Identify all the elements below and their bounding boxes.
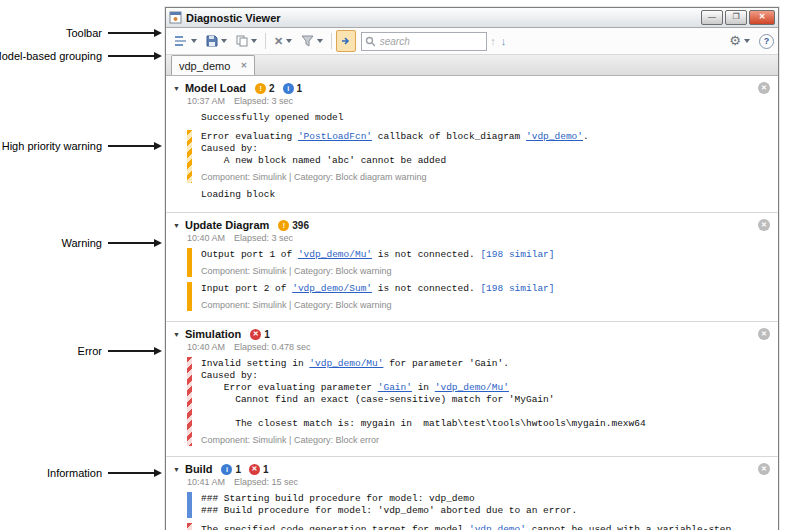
group-by-button[interactable] <box>170 30 201 52</box>
tab-close-icon[interactable]: ✕ <box>240 61 247 70</box>
section-dismiss-button[interactable]: ✕ <box>758 328 770 340</box>
section-dismiss-button[interactable]: ✕ <box>758 463 770 475</box>
annotation-label: Warning <box>61 237 102 249</box>
diagnostic-message: Error evaluating 'PostLoadFcn' callback … <box>187 130 768 183</box>
message-text: Output port 1 of <box>201 249 298 260</box>
search-input[interactable] <box>378 35 484 48</box>
message-text: Loading block <box>201 189 275 200</box>
annotation-label: Toolbar <box>66 27 102 39</box>
chevron-down-icon <box>191 39 197 43</box>
severity-badge: !2 <box>255 83 275 94</box>
message-footer: Component: Simulink | Category: Block er… <box>201 435 768 445</box>
message-link[interactable]: 'vdp_demo/Mu' <box>298 249 372 260</box>
diagnostic-content: ▼Model Load!2i1✕10:37 AMElapsed: 3 secSu… <box>166 76 778 530</box>
arrow-right-icon <box>108 29 162 37</box>
message-text: Input port 2 of <box>201 283 292 294</box>
severity-badge: ✕1 <box>250 329 270 340</box>
message-link[interactable]: [198 similar] <box>480 249 554 260</box>
message-link[interactable]: 'vdp_demo/Mu' <box>309 358 383 369</box>
save-button[interactable] <box>202 30 231 52</box>
highlight-toggle-button[interactable] <box>336 30 356 52</box>
severity-bar <box>187 111 192 125</box>
section-dismiss-button[interactable]: ✕ <box>758 82 770 94</box>
message-text: Error evaluating parameter <box>201 382 378 393</box>
maximize-button[interactable]: ❐ <box>725 10 747 25</box>
section-timestamp: 10:41 AMElapsed: 15 sec <box>187 477 778 487</box>
arrow-right-icon <box>108 469 162 477</box>
message-footer: Component: Simulink | Category: Block di… <box>201 172 768 182</box>
info-icon: i <box>283 83 294 94</box>
collapse-toggle-icon[interactable]: ▼ <box>173 466 180 473</box>
annotation-high-priority-warning: High priority warning <box>2 139 162 153</box>
filter-button[interactable] <box>297 30 327 52</box>
severity-bar <box>187 492 192 518</box>
message-line: Successfully opened model <box>201 112 768 124</box>
message-link[interactable]: 'vdp_demo/Mu' <box>435 382 509 393</box>
message-body: Output port 1 of 'vdp_demo/Mu' is not co… <box>201 248 768 277</box>
section-header: ▼Update Diagram!396✕ <box>166 216 778 232</box>
message-link[interactable]: 'Gain' <box>378 382 412 393</box>
section-header: ▼Model Load!2i1✕ <box>166 79 778 95</box>
warning-icon: ! <box>255 83 266 94</box>
message-text: Error evaluating <box>201 131 298 142</box>
minimize-button[interactable]: — <box>701 10 723 25</box>
message-line <box>201 406 768 418</box>
message-link[interactable]: 'vdp_demo' <box>469 524 526 530</box>
next-match-button[interactable]: ↓ <box>499 33 509 49</box>
message-line: A new block named 'abc' cannot be added <box>201 155 768 167</box>
section-timestamp: 10:37 AMElapsed: 3 sec <box>187 96 778 106</box>
diagnostic-message: Invalid setting in 'vdp_demo/Mu' for par… <box>187 357 768 446</box>
chevron-down-icon <box>221 39 227 43</box>
message-link[interactable]: [198 similar] <box>480 283 554 294</box>
previous-match-button[interactable]: ↑ <box>488 33 498 49</box>
message-link[interactable]: 'PostLoadFcn' <box>298 131 372 142</box>
message-line: Loading block <box>201 189 768 201</box>
message-footer: Component: Simulink | Category: Block wa… <box>201 300 768 310</box>
copy-button[interactable] <box>232 30 261 52</box>
help-button[interactable]: ? <box>759 34 774 49</box>
tab-label: vdp_demo <box>179 60 230 72</box>
diagnostic-message: Loading block <box>187 188 768 202</box>
warning-icon: ! <box>278 220 289 231</box>
tab-vdp-demo[interactable]: vdp_demo ✕ <box>171 55 255 75</box>
close-button[interactable]: ✕ <box>749 10 775 25</box>
collapse-toggle-icon[interactable]: ▼ <box>173 331 180 338</box>
clear-button[interactable]: ✕ <box>270 30 296 52</box>
section-timestamp: 10:40 AMElapsed: 3 sec <box>187 233 778 243</box>
severity-bar <box>187 188 192 202</box>
severity-bar <box>187 523 192 530</box>
annotation-toolbar: Toolbar <box>66 26 162 40</box>
collapse-toggle-icon[interactable]: ▼ <box>173 222 180 229</box>
message-text: Successfully opened model <box>201 112 344 123</box>
diagnostic-message: Input port 2 of 'vdp_demo/Sum' is not co… <box>187 282 768 311</box>
arrow-right-icon <box>108 52 162 60</box>
message-text: ### Build procedure for model: 'vdp_demo… <box>201 505 577 516</box>
badge-count: 2 <box>269 83 275 94</box>
arrow-right-icon <box>108 347 162 355</box>
message-line: ### Build procedure for model: 'vdp_demo… <box>201 505 768 517</box>
annotation-label: Error <box>78 345 102 357</box>
diagnostic-viewer-window: Diagnostic Viewer — ❐ ✕ ✕ <box>165 7 779 530</box>
message-link[interactable]: 'vdp_demo/Sum' <box>292 283 372 294</box>
error-icon: ✕ <box>249 464 260 475</box>
annotation-label: Information <box>47 467 102 479</box>
message-text: The specified code generation target for… <box>201 524 469 530</box>
message-line: The closest match is: mygain in matlab\t… <box>201 418 768 430</box>
message-text: is not connected. <box>372 249 480 260</box>
diagnostic-section: ▼Model Load!2i1✕10:37 AMElapsed: 3 secSu… <box>166 76 778 212</box>
message-line: Caused by: <box>201 143 768 155</box>
badge-count: 1 <box>263 464 269 475</box>
collapse-toggle-icon[interactable]: ▼ <box>173 85 180 92</box>
toolbar-separator <box>265 33 266 49</box>
section-dismiss-button[interactable]: ✕ <box>758 219 770 231</box>
message-line: Input port 2 of 'vdp_demo/Sum' is not co… <box>201 283 768 295</box>
message-text: Invalid setting in <box>201 358 309 369</box>
chevron-down-icon <box>317 39 323 43</box>
severity-badge: !396 <box>278 220 309 231</box>
message-line: Error evaluating parameter 'Gain' in 'vd… <box>201 382 768 394</box>
diagnostic-message: The specified code generation target for… <box>187 523 768 530</box>
section-header: ▼Buildi1✕1✕ <box>166 460 778 476</box>
message-link[interactable]: 'vdp_demo' <box>526 131 583 142</box>
annotation-label: High priority warning <box>2 140 102 152</box>
settings-button[interactable]: ⚙ <box>725 30 754 52</box>
